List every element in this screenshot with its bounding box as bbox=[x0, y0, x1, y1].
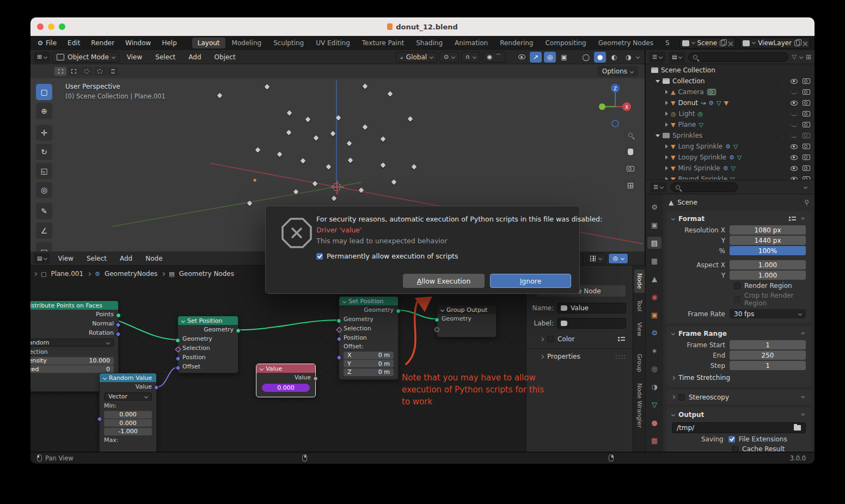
outliner-editor-type-button[interactable]: ☰ bbox=[649, 52, 665, 63]
distribute-method-dropdown[interactable]: Random bbox=[30, 339, 114, 347]
scene-selector[interactable]: Scene bbox=[679, 38, 736, 48]
unlink-scene-icon[interactable] bbox=[728, 41, 733, 46]
node-name-field[interactable]: Value bbox=[557, 303, 626, 314]
tab-constraints[interactable]: ◑ bbox=[647, 380, 662, 392]
node-editor-type-button[interactable]: ▤ bbox=[34, 253, 50, 264]
min-x-field[interactable]: 0.000 bbox=[104, 411, 152, 419]
xray-toggle[interactable]: ▣ bbox=[558, 52, 570, 63]
tab-physics[interactable]: ◎ bbox=[647, 362, 662, 374]
menu-window[interactable]: Window bbox=[120, 39, 156, 47]
viewport-menu-view[interactable]: View bbox=[121, 53, 148, 61]
tool-annotate[interactable]: ✎ bbox=[36, 203, 52, 219]
outliner-row-plane[interactable]: ▼Plane ▽ bbox=[646, 119, 815, 130]
select-mode-tweak-icon[interactable] bbox=[54, 67, 66, 76]
tab-particles[interactable]: ∗ bbox=[647, 345, 662, 357]
disable-render-icon[interactable] bbox=[803, 122, 810, 127]
select-mode-box-icon[interactable] bbox=[68, 67, 79, 76]
socket-geometry-input[interactable] bbox=[336, 318, 341, 323]
collection-checkbox[interactable] bbox=[774, 134, 779, 138]
hide-eye-icon[interactable] bbox=[791, 79, 798, 84]
sidebar-tab-group[interactable]: Group bbox=[634, 350, 645, 376]
disable-render-icon[interactable] bbox=[803, 165, 810, 171]
socket-geometry-output[interactable] bbox=[236, 328, 241, 333]
folder-icon[interactable] bbox=[794, 425, 801, 431]
outliner-row-donut[interactable]: ▼Donut ↝ ⚙ ▽ ▼ bbox=[646, 97, 815, 108]
pan-view-icon[interactable] bbox=[623, 145, 638, 159]
properties-panel-header[interactable]: Properties :::: bbox=[526, 353, 633, 360]
hide-eye-icon[interactable] bbox=[791, 134, 798, 138]
view-layer-selector[interactable]: ViewLayer bbox=[740, 38, 810, 48]
outliner-row-loopy-sprinkle[interactable]: ▼Loopy Sprinkle ⚙▽ bbox=[646, 152, 815, 163]
frame-range-panel-header[interactable]: Frame Range＝ bbox=[666, 328, 811, 339]
expand-icon[interactable] bbox=[665, 166, 668, 170]
outliner-row-sprinkles[interactable]: Sprinkles bbox=[646, 130, 815, 141]
node-group-output[interactable]: Group Output Geometry bbox=[437, 305, 497, 337]
node-set-position-a[interactable]: Set Position Geometry Geometry Selection… bbox=[177, 316, 238, 373]
workspace-tab-animation[interactable]: Animation bbox=[449, 38, 493, 48]
sidebar-tab-node-wrangler[interactable]: Node Wrangler bbox=[634, 379, 645, 432]
socket-geometry-output[interactable] bbox=[396, 309, 401, 314]
value-field[interactable]: 0.000 bbox=[262, 384, 310, 392]
disable-render-icon[interactable] bbox=[803, 155, 810, 160]
viewport-menu-object[interactable]: Object bbox=[209, 53, 241, 61]
tab-material[interactable]: ● bbox=[647, 416, 662, 428]
show-gizmo-toggle[interactable]: ↗ bbox=[530, 52, 542, 63]
frame-start-field[interactable]: 1 bbox=[730, 340, 806, 349]
expand-icon[interactable] bbox=[665, 155, 668, 159]
hide-eye-icon[interactable] bbox=[791, 112, 798, 116]
node-snap-mode-dropdown[interactable] bbox=[586, 253, 606, 264]
time-stretching-header[interactable]: Time Stretching bbox=[666, 372, 811, 383]
menu-render[interactable]: Render bbox=[85, 39, 120, 47]
new-collection-icon[interactable]: ⊞ bbox=[806, 53, 811, 61]
tab-object-data[interactable]: ▽ bbox=[647, 398, 662, 410]
hide-eye-icon[interactable] bbox=[791, 155, 798, 160]
transform-pivot-dropdown[interactable]: ⊙ bbox=[439, 52, 459, 63]
resolution-percent-slider[interactable]: 100% bbox=[730, 246, 806, 255]
tab-render[interactable]: ▣ bbox=[647, 219, 662, 231]
socket-virtual-input[interactable] bbox=[434, 327, 439, 332]
resolution-x-field[interactable]: 1080 px bbox=[730, 225, 806, 235]
file-extensions-checkbox[interactable] bbox=[728, 436, 735, 442]
workspace-tab-compositing[interactable]: Compositing bbox=[540, 38, 591, 48]
shading-wireframe-icon[interactable]: ◯ bbox=[580, 52, 592, 63]
format-panel-header[interactable]: Format＝ bbox=[666, 213, 811, 224]
tool-measure[interactable]: ∠ bbox=[36, 223, 52, 239]
disable-render-icon[interactable] bbox=[803, 100, 810, 106]
select-mode-circle-icon[interactable] bbox=[81, 67, 93, 76]
tool-add-primitive[interactable]: ▭ bbox=[36, 242, 52, 251]
snap-toggle[interactable]: ∩ bbox=[461, 52, 480, 63]
expand-icon[interactable] bbox=[665, 90, 668, 94]
collection-checkbox[interactable] bbox=[774, 79, 779, 84]
permanently-allow-checkbox[interactable] bbox=[316, 253, 323, 260]
presets-icon[interactable] bbox=[618, 336, 625, 342]
output-path-field[interactable]: /tmp/ bbox=[672, 422, 806, 433]
workspace-tab-modeling[interactable]: Modeling bbox=[226, 38, 267, 48]
stereoscopy-panel-header[interactable]: Stereoscopy＝ bbox=[666, 391, 811, 403]
node-menu-node[interactable]: Node bbox=[140, 255, 168, 262]
tool-select-box[interactable]: ▢ bbox=[36, 84, 52, 100]
hide-eye-icon[interactable] bbox=[791, 123, 798, 127]
node-menu-add[interactable]: Add bbox=[114, 255, 138, 262]
outliner-search-input[interactable] bbox=[688, 52, 788, 62]
expand-icon[interactable] bbox=[665, 101, 668, 105]
disable-render-icon[interactable] bbox=[803, 144, 810, 149]
offset-z-field[interactable]: Z0 m bbox=[344, 368, 394, 376]
workspace-tab-geometry-nodes[interactable]: Geometry Nodes bbox=[593, 38, 659, 48]
tab-scene[interactable]: ▲ bbox=[647, 273, 662, 285]
expand-icon[interactable] bbox=[656, 134, 660, 137]
resolution-y-field[interactable]: 1440 px bbox=[730, 236, 806, 245]
frame-step-field[interactable]: 1 bbox=[730, 361, 806, 370]
aspect-x-field[interactable]: 1.000 bbox=[730, 260, 806, 269]
viewport-menu-select[interactable]: Select bbox=[150, 53, 181, 61]
workspace-tab-uv-editing[interactable]: UV Editing bbox=[310, 38, 356, 48]
random-value-type-dropdown[interactable]: Vector bbox=[104, 392, 152, 401]
show-overlays-toggle[interactable]: ◎ bbox=[544, 52, 556, 63]
camera-view-icon[interactable] bbox=[623, 162, 638, 176]
zoom-view-icon[interactable] bbox=[623, 128, 638, 142]
tab-object[interactable]: ▣ bbox=[647, 309, 662, 321]
frame-rate-dropdown[interactable]: 30 fps bbox=[730, 309, 806, 318]
outliner-display-mode-button[interactable]: ▤ bbox=[669, 52, 685, 63]
tool-transform[interactable]: ◎ bbox=[36, 182, 52, 198]
hide-eye-icon[interactable] bbox=[791, 177, 798, 180]
shading-rendered-icon[interactable]: ◑ bbox=[622, 52, 634, 63]
